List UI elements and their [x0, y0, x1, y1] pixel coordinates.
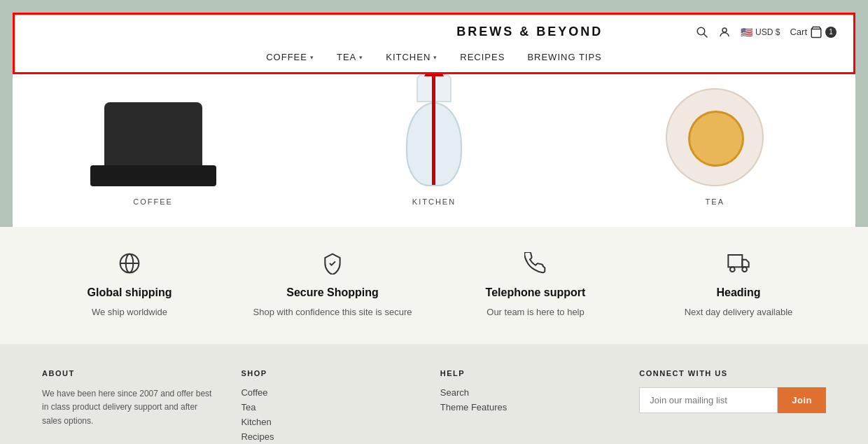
newsletter-join-button[interactable]: Join — [778, 387, 826, 413]
us-flag-icon: 🇺🇸 — [741, 27, 752, 38]
header-top-bar: BREWS & BEYOND 🇺🇸 USD — [31, 15, 836, 45]
feature-desc-secure-shopping: Shop with confidence this site is secure — [253, 306, 412, 319]
chevron-down-icon: ▾ — [359, 54, 363, 61]
footer-col-help: HELP Search Theme Features — [440, 369, 611, 444]
footer-col-about: ABOUT We have been here since 2007 and o… — [42, 369, 213, 444]
feature-telephone-support: Telephone support Our team is here to he… — [446, 252, 624, 319]
cart-count: 1 — [825, 27, 836, 38]
features-strip: Global shipping We ship worldwide Secure… — [0, 227, 868, 344]
cart-icon — [810, 26, 822, 39]
feature-secure-shopping: Secure Shopping Shop with confidence thi… — [243, 252, 421, 319]
svg-marker-8 — [742, 260, 748, 268]
arrow-line — [432, 76, 435, 185]
account-icon[interactable] — [718, 26, 731, 39]
search-icon[interactable] — [696, 26, 708, 39]
newsletter-form: Join — [639, 387, 826, 413]
svg-point-0 — [697, 27, 705, 35]
nav-item-kitchen[interactable]: KITCHEN ▾ — [386, 52, 438, 62]
feature-desc-delivery: Next day delivery available — [685, 306, 793, 319]
truck-icon — [727, 252, 750, 279]
site-header: BREWS & BEYOND 🇺🇸 USD — [13, 13, 855, 74]
footer-columns: ABOUT We have been here since 2007 and o… — [42, 369, 826, 444]
footer-link-coffee[interactable]: Coffee — [241, 387, 412, 398]
footer-link-recipes[interactable]: Recipes — [241, 431, 412, 442]
footer-link-theme-features[interactable]: Theme Features — [440, 402, 611, 412]
cart-button[interactable]: Cart 1 — [790, 26, 836, 39]
cart-label: Cart — [790, 27, 807, 37]
site-logo: BREWS & BEYOND — [364, 25, 696, 39]
chevron-down-icon: ▾ — [310, 54, 314, 61]
feature-global-shipping: Global shipping We ship worldwide — [40, 252, 218, 319]
footer-connect-title: CONNECT WITH US — [639, 369, 826, 377]
nav-item-recipes[interactable]: RECIPES — [460, 52, 505, 62]
chevron-down-icon: ▾ — [433, 54, 438, 61]
footer-about-title: ABOUT — [42, 369, 213, 377]
footer-help-title: HELP — [440, 369, 611, 377]
svg-point-2 — [722, 28, 727, 32]
product-image-coffee — [90, 74, 216, 186]
footer-col-connect: CONNECT WITH US Join — [639, 369, 826, 444]
product-col-coffee: COFFEE — [14, 74, 292, 206]
nav-item-coffee[interactable]: COFFEE ▾ — [266, 52, 314, 62]
footer-col-shop: SHOP Coffee Tea Kitchen Recipes Brewing … — [241, 369, 412, 444]
product-strip: COFFEE KITCHEN — [13, 74, 855, 227]
product-col-tea: TEA — [576, 74, 854, 206]
svg-point-9 — [730, 267, 735, 272]
globe-icon — [118, 252, 141, 279]
footer-about-text: We have been here since 2007 and offer b… — [42, 387, 213, 428]
nav-item-tea[interactable]: TEA ▾ — [337, 52, 363, 62]
newsletter-input[interactable] — [639, 387, 778, 413]
nav-item-brewing-tips[interactable]: BREWING TIPS — [527, 52, 601, 62]
feature-title-delivery: Heading — [716, 286, 760, 299]
svg-line-1 — [704, 34, 707, 37]
annotation-arrow — [424, 58, 444, 185]
phone-icon — [524, 252, 547, 279]
currency-label: USD $ — [755, 27, 780, 37]
product-label-coffee: COFFEE — [133, 197, 173, 206]
footer-link-tea[interactable]: Tea — [241, 402, 412, 412]
product-label-tea: TEA — [706, 197, 724, 206]
footer-link-kitchen[interactable]: Kitchen — [241, 417, 412, 427]
product-image-tea — [659, 74, 771, 186]
feature-desc-telephone: Our team is here to help — [486, 306, 584, 319]
coffee-grinder-shape — [90, 88, 216, 186]
tea-device-shape — [659, 81, 771, 186]
footer-shop-title: SHOP — [241, 369, 412, 377]
svg-point-10 — [742, 267, 747, 272]
svg-rect-7 — [728, 255, 742, 267]
footer-link-search[interactable]: Search — [440, 387, 611, 398]
feature-title-global-shipping: Global shipping — [88, 286, 172, 299]
product-label-kitchen: KITCHEN — [412, 197, 456, 206]
header-actions: 🇺🇸 USD $ Cart 1 — [696, 26, 836, 39]
feature-title-secure-shopping: Secure Shopping — [286, 286, 379, 299]
shield-check-icon — [321, 252, 344, 279]
feature-desc-global-shipping: We ship worldwide — [92, 306, 167, 319]
feature-delivery: Heading Next day delivery available — [649, 252, 827, 319]
feature-title-telephone: Telephone support — [486, 286, 586, 299]
product-col-kitchen: KITCHEN — [295, 74, 573, 206]
main-nav: COFFEE ▾ TEA ▾ KITCHEN ▾ RECIPES BREWING… — [31, 45, 836, 72]
site-footer: ABOUT We have been here since 2007 and o… — [0, 344, 868, 444]
currency-selector[interactable]: 🇺🇸 USD $ — [741, 27, 780, 38]
